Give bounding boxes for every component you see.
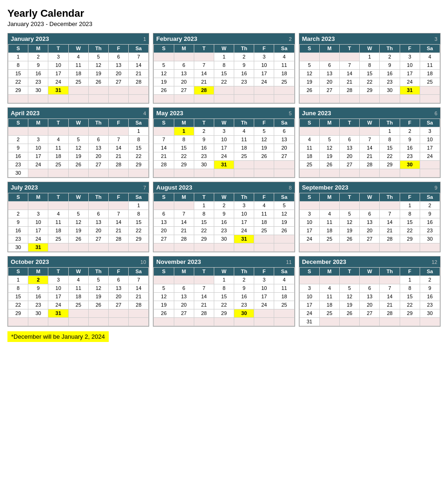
day-cell: 7	[109, 210, 129, 218]
day-cell: 9	[8, 218, 28, 227]
day-cell: 21	[380, 227, 400, 235]
day-cell	[234, 169, 254, 177]
day-cell: 12	[69, 144, 89, 152]
day-cell: 16	[194, 144, 214, 152]
day-cell: 18	[48, 152, 68, 161]
day-cell	[174, 169, 194, 177]
day-cell	[109, 95, 129, 103]
day-cell: 21	[194, 301, 214, 309]
day-cell: 5	[154, 61, 174, 70]
day-cell: 20	[360, 301, 380, 309]
weekday-header: T	[340, 119, 360, 127]
day-cell: 10	[28, 144, 48, 152]
day-cell	[254, 169, 274, 177]
day-cell: 20	[89, 152, 109, 161]
day-cell	[254, 235, 274, 243]
day-cell: 17	[214, 144, 234, 152]
day-cell: 29	[129, 161, 149, 169]
weekday-header: T	[48, 268, 68, 276]
day-cell: 22	[360, 78, 380, 86]
day-cell: 27	[154, 235, 174, 243]
day-cell	[234, 86, 254, 95]
day-cell: 16	[420, 218, 440, 227]
weekday-header: W	[360, 45, 380, 53]
weekday-header: Th	[234, 193, 254, 202]
month-block: January 20231SMTWThFSa123456789101112131…	[7, 33, 149, 104]
day-cell	[89, 95, 109, 103]
day-cell: 14	[129, 284, 149, 293]
day-cell: 30	[400, 161, 420, 169]
day-cell	[274, 309, 294, 318]
day-cell: 10	[234, 210, 254, 218]
weekday-header: S	[300, 119, 320, 127]
day-cell	[300, 127, 320, 136]
day-cell: 22	[214, 78, 234, 86]
day-cell: 27	[174, 309, 194, 318]
weekday-header: M	[28, 193, 48, 202]
month-header: March 20233	[299, 33, 440, 44]
day-cell: 18	[69, 293, 89, 301]
weekday-header: W	[69, 45, 89, 53]
day-cell	[234, 95, 254, 103]
day-cell: 31	[214, 161, 234, 169]
day-cell	[254, 95, 274, 103]
day-cell: 9	[420, 284, 440, 293]
month-number: 11	[286, 259, 291, 265]
day-cell	[8, 202, 28, 210]
day-cell	[340, 127, 360, 136]
month-number: 1	[143, 36, 146, 42]
day-cell: 2	[234, 53, 254, 61]
day-cell	[320, 95, 340, 103]
day-cell: 10	[48, 284, 68, 293]
day-cell	[154, 53, 174, 61]
weekday-header: Sa	[420, 193, 440, 202]
day-cell	[320, 127, 340, 136]
day-cell: 18	[420, 70, 440, 78]
day-grid: SMTWThFSa1234567891011121314151617181920…	[153, 193, 294, 252]
day-cell: 4	[254, 202, 274, 210]
weekday-header: Sa	[274, 119, 294, 127]
day-cell: 11	[274, 284, 294, 293]
weekday-header: T	[340, 193, 360, 202]
month-number: 10	[140, 259, 146, 265]
day-cell	[360, 318, 380, 326]
weekday-header: Sa	[274, 193, 294, 202]
day-cell: 5	[69, 136, 89, 144]
day-cell: 10	[400, 61, 420, 70]
day-cell	[380, 202, 400, 210]
page-title: Yearly Calendar	[7, 7, 441, 20]
day-cell: 13	[174, 70, 194, 78]
day-cell: 10	[28, 218, 48, 227]
day-cell: 18	[48, 227, 68, 235]
month-block: March 20233SMTWThFSa12345678910111213141…	[299, 33, 441, 104]
weekday-header: W	[214, 268, 234, 276]
day-cell	[129, 86, 149, 95]
weekday-header: W	[360, 119, 380, 127]
day-cell	[154, 318, 174, 326]
day-cell: 8	[400, 284, 420, 293]
month-number: 12	[432, 259, 437, 265]
day-cell	[360, 95, 380, 103]
day-cell: 25	[48, 161, 68, 169]
day-cell: 19	[274, 218, 294, 227]
day-cell: 4	[48, 210, 68, 218]
weekday-header: Th	[380, 193, 400, 202]
weekday-header: S	[154, 119, 174, 127]
day-cell: 29	[174, 161, 194, 169]
day-cell: 15	[8, 70, 28, 78]
day-cell: 5	[254, 127, 274, 136]
weekday-header: T	[340, 45, 360, 53]
day-cell	[300, 243, 320, 252]
day-cell: 16	[28, 293, 48, 301]
day-cell: 14	[109, 218, 129, 227]
day-cell	[380, 318, 400, 326]
weekday-header: F	[109, 45, 129, 53]
day-cell: 8	[194, 210, 214, 218]
day-cell: 15	[129, 218, 149, 227]
day-cell: 3	[300, 210, 320, 218]
day-cell: 8	[129, 136, 149, 144]
day-cell	[129, 309, 149, 318]
day-cell: 13	[174, 293, 194, 301]
day-cell: 27	[89, 161, 109, 169]
weekday-header: Sa	[129, 268, 149, 276]
